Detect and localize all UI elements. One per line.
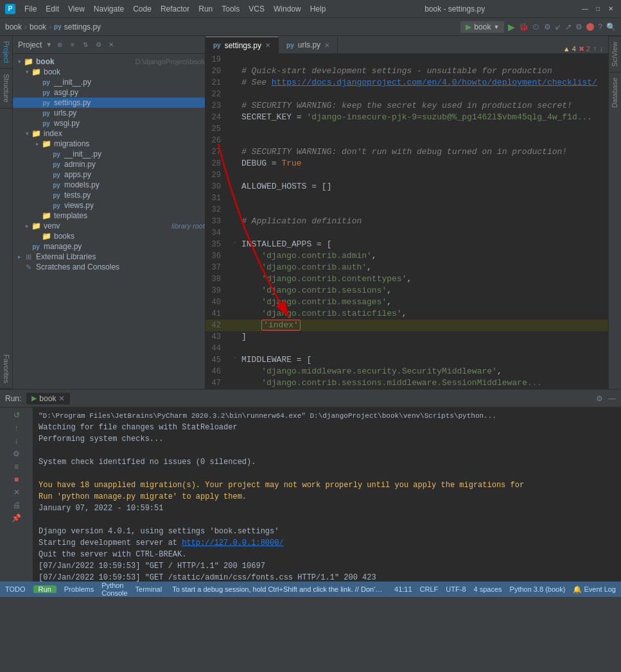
sidebar-item-favorites[interactable]: Favorites [0,349,12,389]
tree-templates[interactable]: 📁 templates [13,211,205,221]
side-tab-sciview[interactable]: SciView [609,36,621,72]
tab-settings[interactable]: py settings.py ✕ [206,37,279,53]
tree-arrow[interactable]: ▾ [23,130,31,137]
run-tab[interactable]: Run [33,585,57,593]
settings-button[interactable]: ⚙ [575,22,582,31]
tree-venv[interactable]: ▸ 📁 venv library root [13,221,205,231]
help-button[interactable]: ? [598,22,602,31]
django-docs-link[interactable]: https://docs.djangoproject.com/en/4.0/ho… [272,78,597,87]
menu-edit[interactable]: Edit [42,3,63,15]
run-restart-button[interactable]: ↺ [12,410,22,420]
nav-up-icon[interactable]: ↑ [593,44,597,53]
tree-views[interactable]: py views.py [13,200,205,211]
tree-book-dir[interactable]: ▾ 📁 book [13,67,205,77]
run-gear-icon[interactable]: ⚙ [596,394,603,403]
run-settings-button[interactable]: ⚙ [12,449,22,459]
nav-down-icon[interactable]: ↓ [599,44,603,53]
menu-refactor[interactable]: Refactor [157,3,193,15]
indent[interactable]: 4 spaces [474,585,502,593]
tab-close-icon[interactable]: ✕ [324,42,329,49]
run-tab-book[interactable]: ▶ book ✕ [26,393,70,404]
tab-urls[interactable]: py urls.py ✕ [279,37,338,53]
menu-view[interactable]: View [64,3,89,15]
search-everywhere-button[interactable]: 🔍 [606,22,616,31]
close-button[interactable]: ✕ [606,4,616,14]
main-content: Project Structure Favorites Project ▼ ⊕ … [0,36,621,389]
run-config-selector[interactable]: ▶ book ▼ [460,21,504,33]
menu-vcs[interactable]: VCS [245,3,268,15]
tree-arrow[interactable]: ▸ [23,223,31,229]
python-version[interactable]: Python 3.8 (book) [510,585,566,593]
sidebar-item-project[interactable]: Project [0,36,12,69]
run-scroll-up-button[interactable]: ↑ [12,423,22,433]
menu-tools[interactable]: Tools [218,3,243,15]
side-tab-database[interactable]: Database [609,72,621,113]
coverage-button[interactable]: ⏲ [532,22,540,31]
python-console-tab[interactable]: Python Console [101,582,127,597]
run-minimize-icon[interactable]: — [608,394,616,403]
minimize-button[interactable]: — [580,4,590,14]
tree-models[interactable]: py models.py [13,180,205,190]
run-scroll-down-button[interactable]: ↓ [12,436,22,446]
tree-settings[interactable]: py settings.py [13,98,205,108]
breadcrumb-item[interactable]: book [30,22,46,31]
run-button[interactable]: ▶ [508,22,515,32]
run-pin-button[interactable]: 📌 [12,513,22,523]
tree-arrow[interactable]: ▸ [33,141,41,147]
menu-navigate[interactable]: Navigate [90,3,128,15]
run-filter-button[interactable]: ≡ [12,461,22,472]
tree-apps[interactable]: py apps.py [13,169,205,180]
tree-arrow[interactable]: ▾ [23,69,31,75]
run-stop-button[interactable]: ■ [12,474,22,485]
breadcrumb-item[interactable]: settings.py [64,22,101,31]
tree-manage[interactable]: py manage.py [13,241,205,252]
todo-tab[interactable]: TODO [5,585,26,593]
breadcrumb-item[interactable]: book [5,22,22,31]
line-ending[interactable]: CRLF [420,585,439,593]
tree-init2[interactable]: py __init__.py [13,149,205,159]
settings-icon[interactable]: ⚙ [93,40,103,50]
dev-server-link[interactable]: http://127.0.0.1:8000/ [182,538,283,547]
tree-init1[interactable]: py __init__.py [13,77,205,87]
tree-urls[interactable]: py urls.py [13,108,205,118]
tree-root[interactable]: ▾ 📁 book D:\djangoProject\book [13,56,205,67]
maximize-button[interactable]: □ [593,4,603,14]
tree-asgi[interactable]: py asgi.py [13,87,205,98]
fold-icon[interactable]: - [231,239,239,246]
fold-icon[interactable]: - [231,354,239,362]
event-log[interactable]: 🔔 Event Log [573,585,616,594]
profile-button[interactable]: ⚙ [544,22,551,31]
tree-wsgi[interactable]: py wsgi.py [13,118,205,128]
code-editor[interactable]: 19 20 # Quick-start development settings… [206,54,608,389]
run-tab-close-icon[interactable]: ✕ [58,394,65,403]
tree-migrations[interactable]: ▸ 📁 migrations [13,139,205,149]
tree-tests[interactable]: py tests.py [13,190,205,200]
collapse-all-icon[interactable]: ≡ [67,40,78,50]
menu-window[interactable]: Window [270,3,305,15]
tree-admin[interactable]: py admin.py [13,159,205,169]
debug-button[interactable]: 🐞 [519,22,529,31]
new-item-icon[interactable]: ⊕ [55,40,65,50]
terminal-tab[interactable]: Terminal [136,585,162,593]
menu-run[interactable]: Run [195,3,216,15]
run-close-button[interactable]: ✕ [12,487,22,497]
tree-ext-lib[interactable]: ▸ ⊞ External Libraries [13,252,205,262]
menu-file[interactable]: File [21,3,40,15]
vcs-update-button[interactable]: ↙ [555,22,561,31]
tree-books[interactable]: 📁 books [13,231,205,241]
sort-icon[interactable]: ⇅ [80,40,91,50]
run-print-button[interactable]: 🖨 [12,500,22,510]
tree-arrow[interactable]: ▾ [15,58,23,65]
hide-icon[interactable]: ✕ [106,40,116,50]
menu-code[interactable]: Code [129,3,155,15]
tree-arrow[interactable]: ▸ [15,254,23,260]
menu-help[interactable]: Help [306,3,330,15]
tab-close-icon[interactable]: ✕ [265,42,270,49]
sidebar-item-structure[interactable]: Structure [0,69,12,108]
tree-index-dir[interactable]: ▾ 📁 index [13,128,205,139]
vcs-push-button[interactable]: ↗ [565,22,572,31]
problems-tab[interactable]: Problems [64,585,94,593]
encoding[interactable]: UTF-8 [446,585,466,593]
tree-scratches[interactable]: ✎ Scratches and Consoles [13,262,205,272]
dropdown-icon[interactable]: ▼ [46,41,52,48]
